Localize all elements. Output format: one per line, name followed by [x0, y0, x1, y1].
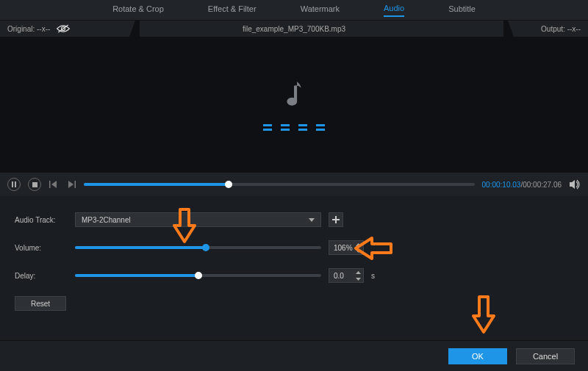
audio-track-select[interactable]: MP3-2Channel — [75, 212, 321, 227]
delay-label: Delay: — [15, 272, 68, 280]
tab-watermark[interactable]: Watermark — [301, 4, 340, 16]
volume-step-up[interactable] — [354, 242, 362, 247]
svg-rect-3 — [15, 181, 16, 187]
svg-marker-14 — [356, 250, 361, 253]
delay-spinner[interactable]: 0.0 — [329, 268, 364, 283]
editor-tabs: Rotate & Crop Effect & Filter Watermark … — [0, 0, 588, 21]
svg-marker-9 — [570, 180, 575, 189]
volume-value: 106% — [334, 244, 353, 252]
tab-effect-filter[interactable]: Effect & Filter — [208, 4, 257, 16]
svg-marker-6 — [51, 181, 57, 188]
add-track-button[interactable] — [329, 212, 343, 227]
tab-rotate-crop[interactable]: Rotate & Crop — [112, 4, 164, 16]
volume-spinner[interactable]: 106% — [329, 240, 364, 255]
svg-marker-10 — [309, 218, 315, 222]
svg-marker-15 — [356, 271, 361, 274]
pause-button[interactable] — [7, 178, 21, 191]
volume-label: Volume: — [15, 244, 68, 252]
stop-button[interactable] — [28, 178, 41, 191]
delay-slider[interactable] — [75, 274, 321, 277]
svg-rect-5 — [49, 181, 51, 188]
chevron-down-icon — [309, 216, 315, 224]
equalizer-icon — [263, 124, 325, 131]
preview-toggle-icon[interactable] — [56, 24, 71, 34]
audio-settings: Audio Track: MP3-2Channel Volume: 106% D… — [0, 196, 588, 318]
preview-area — [0, 37, 588, 173]
time-display: 00:00:10.03/00:00:27.06 — [482, 181, 562, 189]
next-button[interactable] — [66, 179, 76, 190]
dialog-footer: OK Cancel — [0, 340, 588, 371]
cancel-button[interactable]: Cancel — [516, 348, 575, 364]
music-note-icon — [282, 79, 306, 111]
svg-rect-12 — [332, 219, 340, 220]
prev-button[interactable] — [49, 179, 59, 190]
volume-slider[interactable] — [75, 246, 321, 249]
svg-marker-13 — [356, 243, 361, 246]
progress-handle[interactable] — [225, 181, 232, 188]
delay-unit: s — [371, 272, 375, 280]
volume-icon[interactable] — [569, 179, 581, 190]
original-size-label: Original: --x-- — [7, 25, 50, 33]
delay-step-down[interactable] — [354, 276, 362, 281]
ok-button[interactable]: OK — [448, 348, 507, 364]
tab-subtitle[interactable]: Subtitle — [448, 4, 476, 16]
filename-label: file_example_MP3_700KB.mp3 — [0, 25, 588, 33]
delay-step-up[interactable] — [354, 270, 362, 275]
svg-marker-7 — [68, 181, 74, 188]
player-bar: 00:00:10.03/00:00:27.06 — [0, 173, 588, 196]
info-bar: Original: --x-- file_example_MP3_700KB.m… — [0, 21, 588, 37]
audio-track-value: MP3-2Channel — [82, 216, 131, 224]
svg-rect-2 — [12, 181, 13, 187]
audio-track-label: Audio Track: — [15, 216, 68, 224]
volume-step-down[interactable] — [354, 248, 362, 253]
svg-rect-4 — [32, 182, 37, 187]
progress-slider[interactable] — [84, 183, 475, 186]
delay-slider-handle[interactable] — [195, 272, 202, 279]
output-size-label: Output: --x-- — [541, 25, 581, 33]
delay-value: 0.0 — [334, 272, 344, 280]
volume-slider-handle[interactable] — [202, 244, 209, 251]
tab-audio[interactable]: Audio — [384, 4, 404, 17]
svg-marker-16 — [356, 278, 361, 281]
reset-button[interactable]: Reset — [15, 296, 66, 311]
svg-rect-8 — [75, 181, 76, 188]
